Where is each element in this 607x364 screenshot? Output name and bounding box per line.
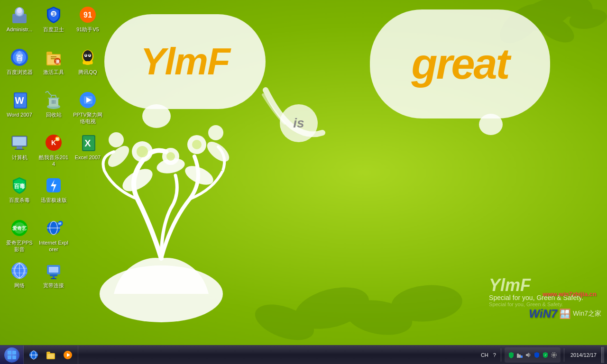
svg-text:百: 百: [16, 54, 23, 62]
desktop-icon-baidu-browser[interactable]: 百 百度浏览器: [2, 45, 37, 88]
svg-text:91: 91: [83, 11, 92, 19]
svg-point-81: [84, 61, 92, 65]
taskbar: CH ?: [0, 345, 607, 364]
svg-text:YlmF: YlmF: [489, 275, 531, 294]
aiqiyi-label: 爱奇艺PPS影音: [4, 239, 35, 253]
computer-icon: [10, 133, 29, 152]
svg-text:✓: ✓: [544, 354, 546, 356]
91-label: 91助手V5: [76, 26, 99, 33]
win7-home-label: Win7之家: [573, 309, 601, 318]
desktop: YlmF great is YlmF Special for you, Gree…: [0, 0, 607, 345]
desktop-icon-qq[interactable]: 腾讯QQ: [71, 45, 105, 88]
desktop-icon-thunder[interactable]: 迅雷极速版: [37, 173, 71, 216]
word2007-icon: W: [10, 91, 29, 109]
svg-text:酷: 酷: [56, 137, 60, 141]
desktop-icon-computer[interactable]: 计算机: [2, 130, 37, 173]
watermark-area: www.win7zhijia.cn WiN7 🪟 Win7之家: [529, 306, 601, 320]
desktop-icon-network[interactable]: 网络: [2, 258, 37, 301]
administrator-label: Administr...: [7, 26, 32, 33]
svg-text:百毒: 百毒: [14, 183, 26, 190]
svg-point-80: [89, 55, 91, 56]
ie-quick-icon: [28, 350, 39, 360]
clock-date: 2014/12/17: [570, 352, 597, 358]
baidu-guard-label: 百度卫士: [43, 26, 64, 33]
qq-label: 腾讯QQ: [78, 69, 97, 75]
desktop-icon-aiqiyi[interactable]: 爱奇艺 爱奇艺PPS影音: [2, 216, 37, 258]
svg-point-27: [17, 8, 22, 13]
svg-rect-90: [8, 355, 11, 359]
tray-help[interactable]: ?: [492, 351, 497, 359]
shield-tray-icon: [508, 352, 515, 358]
desktop-icon-activate[interactable]: 激 激活工具: [37, 45, 71, 88]
svg-rect-88: [8, 351, 11, 355]
baidu-browser-icon: 百: [10, 48, 29, 67]
baidu-antivirus-icon: 百毒: [10, 176, 29, 195]
website-watermark: www.win7zhijia.cn: [543, 291, 597, 298]
kugou-icon: K 酷: [44, 133, 63, 152]
svg-point-105: [552, 354, 555, 356]
desktop-icon-word2007[interactable]: W Word 2007: [2, 88, 37, 130]
gear-tray-icon: [551, 352, 557, 358]
quick-ie-button[interactable]: [26, 347, 42, 363]
desktop-icon-broadband[interactable]: 宽带连接: [37, 258, 71, 301]
tray-clock[interactable]: 2014/12/17: [568, 351, 599, 359]
broadband-icon: [44, 261, 63, 280]
ylmf-brand-logo: YlmF: [489, 275, 546, 294]
tray-icon-volume[interactable]: [524, 351, 532, 359]
svg-text:卫: 卫: [52, 12, 55, 17]
baidu-antivirus-label: 百度杀毒: [9, 197, 30, 203]
svg-rect-100: [517, 354, 519, 358]
ie-icon: [44, 218, 63, 237]
thunder-icon: [44, 176, 63, 195]
svg-rect-36: [17, 146, 22, 149]
start-orb: [4, 347, 19, 363]
windows-icon: 🪟: [559, 308, 571, 319]
svg-rect-91: [12, 355, 16, 359]
start-button[interactable]: [0, 346, 24, 364]
tray-icon-antivirus2[interactable]: ✓: [542, 351, 549, 359]
excel-label: Excel 2007: [75, 154, 101, 161]
network-tray-icon: [516, 352, 523, 358]
quick-media-button[interactable]: [60, 347, 76, 363]
excel-icon: X: [78, 133, 97, 152]
ie-label: Internet Explorer: [38, 239, 69, 253]
svg-rect-35: [13, 137, 26, 146]
desktop-icon-pptv[interactable]: PPTV聚力网络电视: [71, 88, 105, 130]
win7-label: WiN7: [529, 307, 557, 320]
svg-point-79: [85, 55, 87, 56]
antivirus-tray-icon: ✓: [542, 352, 549, 358]
desktop-icon-kugou[interactable]: K 酷 酷我音乐2014: [37, 130, 71, 173]
recycle-label: 回收站: [46, 111, 62, 118]
svg-marker-103: [526, 353, 529, 357]
desktop-icon-baidu-antivirus[interactable]: 百毒 百度杀毒: [2, 173, 37, 216]
desktop-icon-excel[interactable]: X Excel 2007: [71, 130, 105, 173]
tray-icon-gear[interactable]: [550, 351, 558, 359]
desktop-icon-ie[interactable]: Internet Explorer: [37, 216, 71, 258]
desktop-icon-administrator[interactable]: Administr...: [2, 2, 37, 45]
show-desktop-button[interactable]: [601, 347, 604, 363]
language-indicator[interactable]: CH: [479, 351, 490, 359]
taskbar-tray: CH ?: [477, 346, 607, 364]
windows-flag-icon: [7, 350, 17, 360]
svg-point-76: [83, 50, 92, 62]
administrator-icon: [10, 5, 29, 24]
desktop-icon-91[interactable]: 91 91助手V5: [71, 2, 105, 45]
desktop-icon-baidu-guard[interactable]: 卫 百度卫士: [37, 2, 71, 45]
tray-icon-baidu-guard2[interactable]: [533, 351, 541, 359]
svg-text:激: 激: [55, 59, 60, 64]
quick-explorer-button[interactable]: [43, 347, 59, 363]
bubble-great-text: great: [411, 40, 508, 89]
tray-icon-shield[interactable]: [507, 351, 515, 359]
svg-rect-52: [51, 56, 56, 57]
explorer-quick-icon: [46, 350, 56, 360]
svg-rect-37: [15, 149, 24, 150]
svg-rect-97: [47, 354, 54, 358]
network-icon: [10, 261, 29, 280]
svg-text:W: W: [15, 95, 24, 106]
word2007-label: Word 2007: [7, 111, 32, 118]
desktop-icon-recycle[interactable]: 回收站: [37, 88, 71, 130]
bubble-is: is: [280, 104, 318, 142]
tray-icon-network[interactable]: [516, 351, 524, 359]
aiqiyi-icon: 爱奇艺: [10, 218, 29, 237]
kugou-label: 酷我音乐2014: [38, 154, 69, 168]
